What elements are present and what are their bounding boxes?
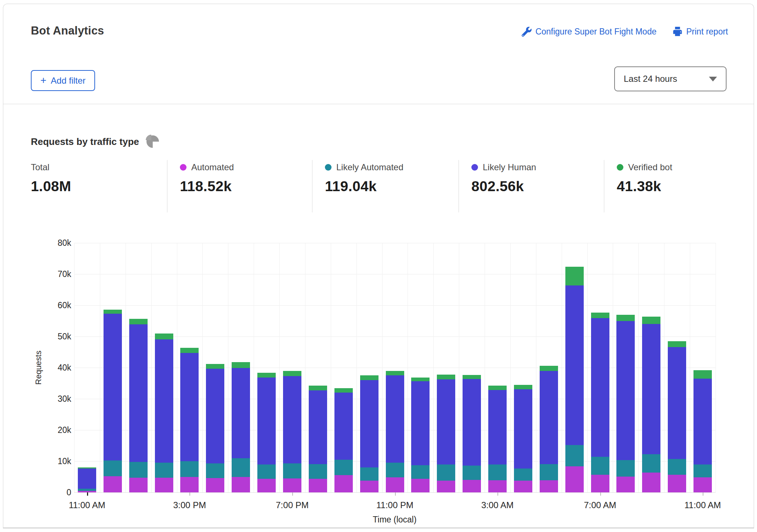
- time-range-select[interactable]: Last 24 hours: [614, 66, 727, 91]
- x-tick-mark: [395, 492, 396, 496]
- bar-segment: [257, 373, 276, 378]
- bar-segment: [488, 464, 507, 480]
- bar-segment: [386, 477, 404, 492]
- y-tick-label: 40k: [46, 363, 71, 373]
- v-gridline: [356, 243, 357, 492]
- stat-automated-label: Automated: [191, 162, 234, 172]
- bar-segment: [616, 315, 635, 321]
- bar-segment: [334, 460, 353, 475]
- y-axis-title: Requests: [34, 351, 43, 385]
- stacked-bar-chart: [74, 243, 716, 492]
- bar-segment: [386, 375, 404, 463]
- section-title: Requests by traffic type: [31, 136, 139, 147]
- print-link-label: Print report: [686, 27, 728, 37]
- bar-segment: [616, 321, 635, 460]
- add-filter-label: Add filter: [51, 76, 86, 86]
- x-tick-label: 11:00 PM: [376, 500, 413, 510]
- bar-segment: [616, 477, 635, 492]
- plus-icon: +: [40, 75, 46, 85]
- bar-segment: [514, 469, 532, 480]
- bar-segment: [309, 464, 327, 479]
- bar-segment: [540, 366, 558, 371]
- bar-segment: [463, 379, 481, 466]
- v-gridline: [305, 243, 305, 492]
- v-gridline: [485, 243, 485, 492]
- bar-segment: [257, 464, 276, 479]
- v-gridline: [510, 243, 511, 492]
- stat-verified-bot-label: Verified bot: [628, 162, 672, 172]
- bar-segment: [591, 318, 609, 457]
- stat-likely-automated-label: Likely Automated: [336, 162, 403, 172]
- bar-segment: [488, 480, 507, 492]
- y-tick-label: 20k: [46, 425, 71, 435]
- bar-segment: [129, 478, 148, 492]
- bar-segment: [540, 464, 558, 480]
- h-gridline: [74, 243, 716, 243]
- bar-segment: [386, 371, 404, 376]
- y-tick-label: 60k: [46, 300, 71, 310]
- bar-segment: [232, 368, 250, 459]
- configure-super-bot-fight-mode-link[interactable]: Configure Super Bot Fight Mode: [522, 27, 656, 37]
- bar-segment: [309, 479, 327, 492]
- x-tick-mark: [292, 492, 293, 496]
- bar-segment: [668, 459, 686, 475]
- page-title: Bot Analytics: [31, 24, 104, 37]
- chevron-down-icon: [709, 77, 717, 81]
- bar-segment: [514, 389, 532, 469]
- bar-segment: [565, 267, 584, 285]
- bar-segment: [411, 465, 430, 479]
- bar-segment: [155, 478, 173, 492]
- configure-link-label: Configure Super Bot Fight Mode: [535, 27, 656, 37]
- x-tick-mark: [497, 492, 498, 496]
- bar-segment: [78, 489, 96, 491]
- bar-segment: [360, 375, 378, 380]
- bar-segment: [232, 477, 250, 492]
- printer-icon: [673, 27, 682, 37]
- v-gridline: [228, 243, 228, 492]
- v-gridline: [100, 243, 100, 492]
- bar-segment: [488, 386, 507, 390]
- x-tick-label: 3:00 PM: [173, 500, 206, 510]
- bar-segment: [360, 380, 378, 467]
- add-filter-button[interactable]: + Add filter: [31, 70, 95, 91]
- bar-segment: [488, 390, 507, 464]
- bar-segment: [540, 480, 558, 492]
- x-tick-mark: [189, 492, 190, 496]
- bar-segment: [129, 462, 148, 478]
- bar-segment: [668, 347, 686, 459]
- bar-segment: [257, 479, 276, 492]
- bar-segment: [104, 310, 122, 314]
- y-tick-label: 80k: [46, 238, 71, 248]
- v-gridline: [638, 243, 639, 492]
- x-tick-label: 7:00 AM: [584, 500, 616, 510]
- header-divider: [3, 104, 754, 104]
- wrench-icon: [522, 27, 532, 37]
- bar-segment: [360, 467, 378, 481]
- verified-bot-legend-dot: [617, 164, 623, 171]
- bar-segment: [411, 378, 430, 381]
- bar-segment: [693, 370, 712, 379]
- v-gridline: [74, 243, 75, 492]
- pie-chart-icon: [146, 135, 160, 149]
- bar-segment: [437, 375, 455, 380]
- bar-segment: [514, 385, 532, 389]
- stat-likely-human-value: 802.56k: [471, 178, 536, 194]
- bar-segment: [642, 317, 660, 324]
- stat-total-label: Total: [31, 162, 50, 172]
- bar-segment: [206, 463, 224, 478]
- v-gridline: [536, 243, 536, 492]
- bar-segment: [668, 341, 686, 347]
- stat-divider: [167, 160, 167, 212]
- x-tick-label: 7:00 PM: [276, 500, 308, 510]
- bar-segment: [180, 353, 199, 461]
- bar-segment: [283, 463, 301, 478]
- print-report-link[interactable]: Print report: [673, 27, 728, 37]
- bar-segment: [591, 475, 609, 492]
- bar-segment: [411, 381, 430, 466]
- stat-likely-automated-value: 119.04k: [325, 178, 403, 194]
- stat-verified-bot: Verified bot 41.38k: [617, 162, 672, 194]
- bar-segment: [565, 466, 584, 492]
- stat-automated: Automated 118.52k: [180, 162, 234, 194]
- stat-likely-human: Likely Human 802.56k: [471, 162, 536, 194]
- bar-segment: [104, 476, 122, 492]
